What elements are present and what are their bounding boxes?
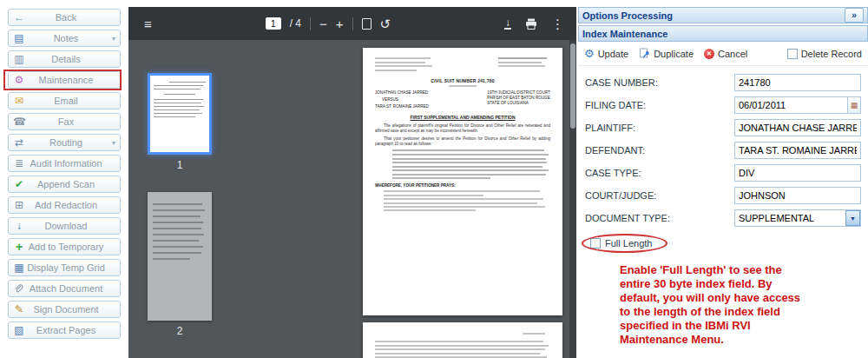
duplicate-button[interactable]: Duplicate	[639, 48, 694, 59]
delete-record-checkbox[interactable]	[787, 49, 798, 59]
form-row: FILING DATE: ▦	[585, 94, 861, 116]
dropdown-arrow-icon[interactable]: ▼	[845, 210, 860, 226]
more-options-icon[interactable]: ⋮	[551, 17, 564, 30]
sidebar-item-label: Display Temp Grid	[9, 262, 120, 273]
sidebar-item-routing[interactable]: ⇄ Routing ▾	[8, 134, 121, 151]
add-box-icon: ⊞	[13, 200, 25, 210]
sidebar-item-label: Attach Document	[9, 283, 120, 294]
document-division-line	[449, 85, 477, 87]
fit-to-page-icon[interactable]	[362, 18, 372, 30]
sidebar-item-label: Maintenance	[9, 75, 120, 85]
download-icon[interactable]: ↓	[504, 18, 511, 30]
fax-icon: ☎	[13, 116, 25, 127]
viewer-scrollbar	[569, 40, 576, 358]
red-x-circle-icon: ✕	[704, 49, 714, 59]
zoom-out-icon[interactable]: −	[319, 17, 327, 30]
grid-icon: ▦	[13, 262, 25, 273]
sidebar-item-maintenance[interactable]: ⚙ Maintenance	[8, 71, 121, 89]
paperclip-icon	[13, 283, 25, 294]
pdf-body: 1 2	[128, 40, 576, 358]
field-label: FILING DATE:	[585, 100, 734, 110]
rotate-icon[interactable]: ↺	[380, 17, 391, 30]
document-view: CIVIL SUIT NUMBER 241,780 JONATHAN CHASE…	[231, 40, 569, 358]
defendant-field[interactable]	[734, 142, 861, 159]
toolbar-divider	[352, 17, 353, 30]
sidebar-item-download[interactable]: ↓ Download	[8, 217, 121, 235]
sidebar-item-details[interactable]: ▥ Details	[8, 50, 121, 68]
sidebar-item-label: Extract Pages	[9, 325, 120, 335]
sidebar-item-label: Add Redaction	[9, 200, 120, 210]
full-length-toggle[interactable]: Full Length	[585, 234, 664, 253]
pdf-viewer: ≡ / 4 − + ↺ ↓ ⋮	[128, 7, 576, 358]
toolbar-divider	[310, 17, 311, 30]
audit-list-icon: ≣	[13, 158, 25, 169]
plaintiff-field[interactable]	[734, 119, 861, 136]
options-processing-header: Options Processing »	[578, 7, 868, 23]
sidebar-item-label: Audit Information	[9, 158, 120, 169]
case-number-field[interactable]	[734, 74, 861, 91]
sidebar-item-label: Details	[9, 54, 120, 64]
sidebar-item-label: Notes	[9, 33, 120, 43]
sidebar-item-fax[interactable]: ☎ Fax	[8, 113, 121, 130]
green-plus-icon: +	[13, 242, 25, 252]
sidebar-item-email[interactable]: ✉ Email	[8, 92, 121, 109]
collapse-panel-icon[interactable]: »	[845, 8, 864, 23]
pen-icon: ✎	[13, 304, 25, 315]
index-maintenance-header: Index Maintenance	[578, 25, 868, 42]
document-paragraph: The allegations of plaintiff's original …	[375, 123, 550, 133]
delete-record-label: Delete Record	[801, 49, 862, 59]
zoom-in-icon[interactable]: +	[336, 17, 344, 30]
toolbar-actions: ↓ ⋮	[504, 17, 564, 30]
sidebar-item-attach-document[interactable]: Attach Document	[8, 280, 121, 297]
note-icon: ▤	[13, 33, 25, 43]
thumbnail-page-1[interactable]	[148, 73, 212, 155]
sidebar-item-display-temp-grid[interactable]: ▦ Display Temp Grid	[8, 259, 121, 276]
sidebar-item-add-redaction[interactable]: ⊞ Add Redaction	[8, 196, 121, 214]
form-row: PLAINTIFF:	[585, 116, 861, 139]
thumbnail-page-2[interactable]	[148, 192, 212, 321]
sidebar-item-label: Add to Temporary	[9, 242, 120, 252]
print-icon[interactable]	[525, 18, 537, 30]
sidebar: ← Back ▤ Notes ▾ ▥ Details ⚙ Maintenance…	[0, 9, 128, 342]
document-title: FIRST SUPPLEMENTAL AND AMENDING PETITION	[375, 115, 550, 120]
sidebar-item-label: Back	[9, 12, 120, 23]
case-type-field[interactable]	[734, 164, 861, 182]
full-length-label: Full Length	[605, 238, 652, 249]
page-number-input[interactable]	[266, 17, 281, 30]
calendar-icon[interactable]: ▦	[847, 97, 860, 113]
menu-icon[interactable]: ≡	[144, 17, 152, 30]
thumbnail-page-number: 2	[177, 325, 183, 337]
sidebar-item-notes[interactable]: ▤ Notes ▾	[8, 30, 121, 47]
delete-record-toggle[interactable]: Delete Record	[787, 49, 862, 59]
sidebar-item-add-to-temporary[interactable]: + Add to Temporary	[8, 238, 121, 255]
form-row: CASE TYPE:	[585, 162, 861, 184]
filing-date-field[interactable]	[734, 96, 861, 114]
sidebar-item-append-scan[interactable]: ✔ Append Scan	[8, 176, 121, 193]
index-form: CASE NUMBER: FILING DATE: ▦ PLAINTIFF: D…	[578, 66, 868, 229]
court-judge-field[interactable]	[734, 187, 861, 204]
sidebar-item-label: Append Scan	[9, 179, 120, 189]
cancel-button[interactable]: ✕ Cancel	[704, 49, 747, 59]
document-paragraph: That your petitioner desires to amend th…	[375, 136, 550, 146]
document-prayer-list	[384, 190, 550, 211]
field-label: CASE NUMBER:	[585, 77, 734, 88]
full-length-checkbox[interactable]	[590, 238, 601, 249]
field-label: DOCUMENT TYPE:	[585, 213, 734, 223]
field-label: CASE TYPE:	[585, 168, 734, 178]
form-row: COURT/JUDGE:	[585, 184, 861, 207]
sidebar-item-sign-document[interactable]: ✎ Sign Document	[8, 301, 121, 318]
sidebar-item-label: Routing	[9, 137, 120, 148]
document-type-select[interactable]	[734, 209, 861, 227]
sidebar-item-back[interactable]: ← Back	[8, 9, 121, 26]
document-quoted-paragraph	[392, 149, 550, 179]
document-caption: JONATHAN CHASE JARRED VERSUS TARA ST. RO…	[375, 90, 550, 109]
field-label: PLAINTIFF:	[585, 123, 734, 133]
scrollbar-thumb[interactable]	[570, 43, 575, 129]
form-row: DOCUMENT TYPE: ▼	[585, 207, 861, 229]
gear-icon: ⚙	[584, 48, 595, 59]
sidebar-item-label: Sign Document	[9, 304, 120, 315]
sidebar-item-audit-information[interactable]: ≣ Audit Information	[8, 155, 121, 172]
update-button[interactable]: ⚙ Update	[584, 48, 628, 59]
chevron-down-icon: ▾	[112, 139, 115, 147]
sidebar-item-extract-pages[interactable]: ▧ Extract Pages	[8, 322, 121, 339]
